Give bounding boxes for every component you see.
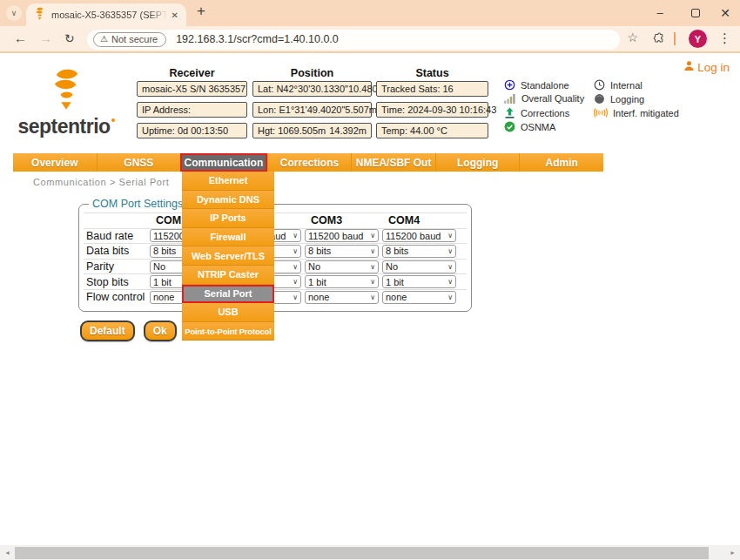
chevron-down-icon: ∨ bbox=[370, 247, 375, 255]
login-link[interactable]: Log in bbox=[683, 60, 730, 74]
extensions-icon[interactable] bbox=[653, 32, 665, 47]
scrollbar-thumb[interactable] bbox=[15, 547, 709, 559]
browser-window: ∨ mosaic-X5-3635357 (SEPT) - Se ✕ + – ✕ … bbox=[0, 0, 740, 560]
horizontal-scrollbar[interactable]: ◂ ▸ bbox=[0, 545, 740, 560]
chevron-down-icon: ∨ bbox=[370, 278, 375, 286]
septentrio-favicon-icon bbox=[34, 7, 45, 24]
menu-item-ppp[interactable]: Point-to-Point Protocol bbox=[182, 322, 274, 341]
chevron-down-icon: ∨ bbox=[293, 293, 298, 301]
reload-button[interactable]: ↻ bbox=[64, 31, 75, 45]
table-row-flow-control: Flow control none∨ none∨ none∨ none∨ bbox=[84, 289, 467, 305]
tab-overview[interactable]: Overview bbox=[13, 153, 97, 172]
tab-gnss[interactable]: GNSS bbox=[97, 153, 181, 172]
profile-avatar[interactable]: Y bbox=[689, 30, 707, 48]
baud-rate-com4-select[interactable]: 115200 baud∨ bbox=[382, 229, 456, 242]
new-tab-button[interactable]: + bbox=[197, 3, 205, 20]
window-close-button[interactable]: ✕ bbox=[718, 6, 732, 20]
interference-waves-icon bbox=[594, 107, 608, 118]
chevron-down-icon: ∨ bbox=[447, 278, 453, 286]
com-port-table: COM1 COM2 COM3 COM4 Baud rate 115200 bau… bbox=[84, 213, 467, 305]
bookmark-star-icon[interactable]: ☆ bbox=[627, 30, 638, 44]
tab-title: mosaic-X5-3635357 (SEPT) - Se bbox=[51, 10, 167, 20]
not-secure-chip[interactable]: ⚠ Not secure bbox=[93, 32, 166, 47]
menu-item-firewall[interactable]: Firewall bbox=[182, 228, 274, 247]
chevron-down-icon: ∨ bbox=[293, 263, 298, 271]
fieldset-legend: COM Port Settings bbox=[89, 198, 186, 210]
scroll-right-arrow-icon[interactable]: ▸ bbox=[725, 545, 740, 560]
flow-control-com3-select[interactable]: none∨ bbox=[305, 291, 379, 304]
indicator-logging: Logging bbox=[594, 93, 644, 105]
position-hgt-box: Hgt: 1069.505m14.392m bbox=[252, 123, 372, 138]
chevron-down-icon: ∨ bbox=[293, 247, 298, 255]
menu-item-usb[interactable]: USB bbox=[182, 303, 274, 322]
standalone-icon bbox=[504, 79, 515, 91]
receiver-serial-box: mosaic-X5 S/N 3635357 bbox=[137, 81, 247, 97]
chevron-down-icon: ∨ bbox=[370, 232, 375, 240]
receiver-column-title: Receiver bbox=[137, 67, 247, 79]
disk-icon bbox=[594, 93, 605, 105]
com-port-settings-fieldset: COM Port Settings COM1 COM2 COM3 COM4 Ba… bbox=[78, 204, 472, 312]
address-bar[interactable]: ⚠ Not secure 192.168.3.1/scr?cmd=1.40.10… bbox=[87, 30, 620, 50]
septentrio-logo-icon bbox=[50, 67, 82, 111]
toolbar-divider bbox=[674, 32, 676, 45]
menu-item-web-server-tls[interactable]: Web Server/TLS bbox=[182, 246, 274, 266]
window-maximize-button[interactable] bbox=[691, 9, 700, 17]
table-row-parity: Parity No∨ No∨ No∨ No∨ bbox=[84, 259, 467, 274]
chevron-down-icon: ∨ bbox=[447, 263, 453, 271]
indicator-standalone: Standalone bbox=[504, 79, 569, 91]
septentrio-logo: septentrio bbox=[10, 67, 122, 137]
receiver-ip-box: IP Address: bbox=[137, 102, 247, 118]
data-bits-com3-select[interactable]: 8 bits∨ bbox=[305, 245, 379, 258]
logo-dot bbox=[111, 118, 115, 122]
browser-tab[interactable]: mosaic-X5-3635357 (SEPT) - Se ✕ bbox=[26, 3, 186, 26]
scroll-left-arrow-icon[interactable]: ◂ bbox=[0, 545, 15, 560]
parity-com4-select[interactable]: No∨ bbox=[382, 260, 456, 273]
col-header-com4: COM4 bbox=[382, 214, 460, 226]
logo-wordmark: septentrio bbox=[17, 115, 110, 138]
menu-item-serial-port[interactable]: Serial Port bbox=[182, 285, 274, 304]
back-button[interactable]: ← bbox=[14, 30, 27, 45]
ok-button[interactable]: Ok bbox=[144, 320, 177, 341]
indicator-osnma: OSNMA bbox=[504, 121, 555, 132]
flow-control-com4-select[interactable]: none∨ bbox=[382, 291, 456, 304]
chevron-down-icon: ∨ bbox=[447, 293, 453, 301]
tab-corrections[interactable]: Corrections bbox=[267, 153, 352, 172]
status-temp-box: Temp: 44.00 °C bbox=[376, 123, 488, 138]
warning-icon: ⚠ bbox=[100, 34, 108, 44]
main-nav: Overview GNSS Communication Corrections … bbox=[13, 153, 603, 172]
chevron-down-icon: ∨ bbox=[293, 278, 298, 286]
col-header-com3: COM3 bbox=[305, 214, 382, 226]
menu-item-dynamic-dns[interactable]: Dynamic DNS bbox=[182, 191, 274, 210]
parity-com3-select[interactable]: No∨ bbox=[305, 260, 379, 273]
browser-menu-icon[interactable]: ⋮ bbox=[718, 30, 731, 46]
menu-item-ntrip-caster[interactable]: NTRIP Caster bbox=[182, 266, 274, 285]
indicator-interference: Interf. mitigated bbox=[594, 107, 679, 118]
menu-item-ethernet[interactable]: Ethernet bbox=[182, 172, 274, 191]
user-icon bbox=[683, 60, 695, 74]
forward-button[interactable]: → bbox=[39, 30, 52, 45]
indicator-internal: Internal bbox=[594, 79, 642, 91]
tab-admin[interactable]: Admin bbox=[519, 153, 603, 172]
baud-rate-com3-select[interactable]: 115200 baud∨ bbox=[305, 229, 379, 242]
window-minimize-button[interactable]: – bbox=[653, 6, 667, 19]
tab-search-chevron-icon[interactable]: ∨ bbox=[6, 5, 22, 21]
data-bits-com4-select[interactable]: 8 bits∨ bbox=[382, 245, 456, 258]
status-sats-box: Tracked Sats: 16 bbox=[376, 81, 488, 97]
tab-communication[interactable]: Communication bbox=[180, 153, 267, 172]
tab-logging[interactable]: Logging bbox=[435, 153, 520, 172]
shield-check-icon bbox=[504, 121, 515, 132]
tab-close-icon[interactable]: ✕ bbox=[172, 10, 178, 20]
tab-nmea-sbf-out[interactable]: NMEA/SBF Out bbox=[351, 153, 435, 172]
stop-bits-com4-select[interactable]: 1 bit∨ bbox=[382, 275, 456, 288]
position-column-title: Position bbox=[252, 67, 372, 79]
page-content: Log in septentrio Receiver Position Stat… bbox=[0, 55, 740, 545]
default-button[interactable]: Default bbox=[80, 320, 135, 341]
position-lon-box: Lon: E1°31'49.4020"5.507m bbox=[252, 102, 372, 118]
status-time-box: Time: 2024-09-30 10:16:43 bbox=[376, 102, 488, 118]
signal-bars-icon bbox=[504, 93, 516, 104]
chevron-down-icon: ∨ bbox=[370, 293, 375, 301]
breadcrumb: Communication > Serial Port bbox=[33, 177, 170, 187]
stop-bits-com3-select[interactable]: 1 bit∨ bbox=[305, 275, 379, 288]
menu-item-ip-ports[interactable]: IP Ports bbox=[182, 209, 274, 228]
communication-dropdown-menu: Ethernet Dynamic DNS IP Ports Firewall W… bbox=[182, 172, 274, 341]
